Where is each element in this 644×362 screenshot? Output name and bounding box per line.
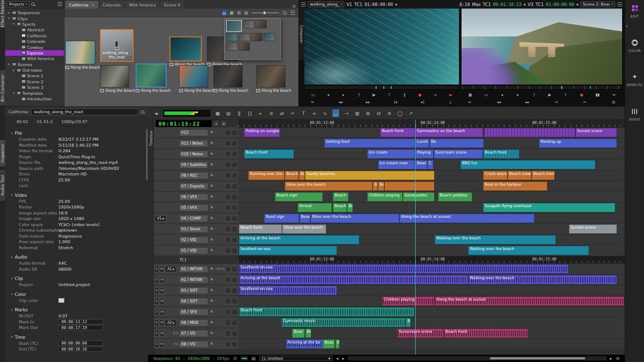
track-lock-button[interactable] <box>232 130 237 136</box>
timeline-clip[interactable]: Southed-on-sea <box>239 246 337 255</box>
track-monitor-button[interactable] <box>225 266 231 272</box>
bin-clip-thumbnail-6[interactable] <box>179 65 208 87</box>
mini-thumbnail[interactable] <box>264 33 275 41</box>
track-header-v2[interactable]: V2 / VID✎ <box>154 235 238 245</box>
timeline-clip[interactable]: Be <box>378 181 384 191</box>
zoom-out-icon[interactable]: ⊖ <box>616 356 620 361</box>
mini-thumbnail[interactable] <box>243 20 254 28</box>
track-lane-a2[interactable]: Arriving at the beachWalking over the be… <box>238 275 625 285</box>
waveform-edit-icon[interactable]: ✎ <box>209 238 215 242</box>
timeline-clip[interactable]: Putting on sunglas <box>244 128 280 137</box>
tree-item-templates[interactable]: ▾Templates <box>5 90 64 96</box>
clip-color-checkbox[interactable] <box>58 298 64 303</box>
section-header-clip[interactable]: ▾Clip <box>5 275 148 282</box>
panel-tab-audio-tool[interactable]: Audio Tool <box>0 170 5 201</box>
timeline-clip[interactable]: Beach front <box>239 224 282 234</box>
timeline-clip[interactable]: Packing up <box>539 139 617 148</box>
frame-view-icon[interactable]: ⊞ <box>237 10 240 15</box>
timeline-clip[interactable]: Beach <box>285 171 299 180</box>
script-view-icon[interactable]: ▤ <box>244 10 248 15</box>
bin-clip-thumbnail-5[interactable] <box>136 63 167 87</box>
metadata-value[interactable]: 00:00:17:19 <box>58 325 103 330</box>
track-lock-button[interactable] <box>232 248 237 253</box>
chevron-down-icon[interactable]: ▾ <box>577 2 579 7</box>
go-to-end-button[interactable]: ⇥ <box>553 100 559 104</box>
bin-clip-thumbnail-7[interactable] <box>213 65 243 87</box>
smoothing-icon[interactable]: ◡ <box>332 109 339 117</box>
slider-knob[interactable] <box>263 11 266 15</box>
track-header-a2[interactable]: SMA2 / INTVW✎ <box>154 275 238 285</box>
track-monitor-button[interactable] <box>225 288 231 293</box>
section-collapse-icon[interactable]: ▾ <box>11 193 13 197</box>
track-header-v5[interactable]: V5 / VFX✎ <box>154 202 238 213</box>
timeline-clip[interactable]: Sunset scene <box>575 128 617 137</box>
section-header-file[interactable]: ▾File <box>5 130 148 136</box>
track-button-v5[interactable]: V5 / VFX <box>179 204 208 211</box>
ripple-icon[interactable]: ≈ <box>311 109 318 117</box>
clip-name-input[interactable] <box>31 109 138 115</box>
go-to-in-button[interactable]: ▸[ <box>420 100 425 104</box>
timeline-clip[interactable]: Beach front <box>483 149 519 159</box>
tree-item-scene-3[interactable]: Scene 3 <box>5 84 64 90</box>
solo-button[interactable]: S <box>155 277 159 283</box>
timeline-clip[interactable]: Running over the s <box>248 171 285 180</box>
track-lane-v5[interactable]: ArrivalBeachBeSeagulls flying overhead <box>238 202 625 213</box>
track-monitor-button[interactable] <box>225 194 231 200</box>
workspace-button-edit[interactable]: EDIT <box>625 4 644 18</box>
chevron-down-icon[interactable]: ▾ <box>524 2 526 7</box>
panel-tab-effect-palette[interactable]: Effect Palette <box>0 0 5 27</box>
mark-out-button[interactable]: ] <box>356 93 361 97</box>
track-lane-a8[interactable]: Arriving at the beBeacB <box>238 339 625 350</box>
section-header-color[interactable]: ▾Color <box>5 291 148 298</box>
section-header-audio[interactable]: ▾Audio <box>5 254 148 260</box>
track-lane-v4[interactable]: Road signBeachKites over the beachAlong … <box>238 213 625 224</box>
export-icon[interactable]: ↗ <box>407 109 414 117</box>
track-monitor-button[interactable] <box>225 205 231 211</box>
track-monitor-button[interactable] <box>225 277 231 283</box>
playhead[interactable] <box>415 120 416 355</box>
bin-clip-thumbnail-1[interactable]: walking_along _the_road <box>100 29 134 62</box>
track-header-v11[interactable]: V11 / Notes✎ <box>154 138 238 149</box>
segment-mode-icon[interactable]: [] <box>246 109 253 117</box>
waveform-edit-icon[interactable]: ✎ <box>209 216 215 220</box>
source-patch-button[interactable]: A1◂ <box>165 266 176 272</box>
track-lock-button[interactable] <box>232 162 237 168</box>
marker-yellow-icon[interactable]: ≣ <box>268 109 275 117</box>
timeline-clip[interactable]: Along the beach at sunset <box>434 296 624 306</box>
track-button-a7[interactable]: A7 / VO <box>179 330 208 337</box>
gang-button[interactable]: ▭ <box>310 93 316 97</box>
timeline-panel-tab[interactable]: Timeline <box>148 120 154 362</box>
timeline-clip[interactable]: Seagulls flying overhead <box>483 203 615 212</box>
menu-icon[interactable] <box>290 11 295 15</box>
go-to-start-button[interactable]: ⇤ <box>468 100 473 104</box>
fast-forward-button[interactable]: ▸▸ <box>525 100 530 104</box>
timeline-clip[interactable]: Ice cream <box>367 149 415 159</box>
bin-clip-thumbnail-2[interactable] <box>170 36 202 61</box>
waveform-edit-icon[interactable]: ✎ <box>209 299 215 303</box>
track-header-a7[interactable]: SM5.1A7 / VO✎ <box>154 328 238 339</box>
timeline-clip[interactable]: Playing <box>415 149 434 159</box>
track-lock-button[interactable] <box>232 184 237 189</box>
track-lock-button[interactable] <box>232 151 237 157</box>
pause-button[interactable]: ‖ <box>402 93 407 97</box>
scroll-left-icon[interactable]: ◂ <box>336 356 338 361</box>
track-monitor-button[interactable] <box>225 162 231 168</box>
timeline-clip[interactable]: Walking over the beach <box>468 246 589 255</box>
step-forward-button[interactable]: ▸ <box>341 93 346 97</box>
track-button-v12[interactable]: V12 <box>179 129 208 136</box>
timeline-clip[interactable]: Beach front <box>380 128 415 137</box>
waveform-edit-icon[interactable]: ✎ <box>209 331 215 335</box>
timeline-clip[interactable]: Gymnastics on the beach <box>415 128 483 137</box>
track-monitor-button[interactable] <box>225 151 231 157</box>
track-lane-v10[interactable]: Beach frontIce creamPlayingSuncream scen… <box>238 149 625 160</box>
track-lane-v2[interactable]: Arriving at the beachWalking over the be… <box>238 235 625 245</box>
timeline-clip[interactable]: Arrival <box>298 203 332 212</box>
mute-button[interactable]: M <box>160 341 164 347</box>
section-header-video[interactable]: ▾Video <box>5 192 148 199</box>
snap-icon[interactable]: ⊣ <box>343 109 350 117</box>
timeline-clip[interactable]: Sandcastles <box>403 192 434 202</box>
table-view-icon[interactable]: ▦ <box>230 10 234 15</box>
mute-button[interactable]: M <box>160 277 164 283</box>
waveform-edit-icon[interactable]: ✎ <box>209 163 215 167</box>
tree-item-out-takes[interactable]: ▸Out-takes <box>5 67 64 73</box>
